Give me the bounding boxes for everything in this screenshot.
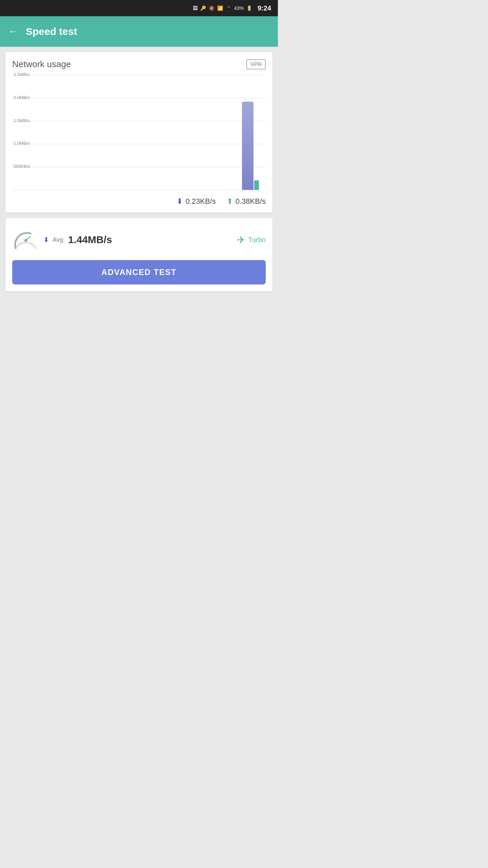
- download-speed-value: 0.23KB/s: [185, 197, 216, 206]
- svg-point-1: [24, 239, 27, 242]
- advanced-test-button[interactable]: ADVANCED TEST: [12, 260, 266, 284]
- turbo-label: Turbo: [248, 236, 266, 244]
- wifi-icon: 📶: [217, 5, 223, 11]
- download-icon: ⬇: [177, 197, 183, 206]
- signal-icon: 📱: [226, 5, 231, 11]
- back-button[interactable]: ←: [8, 26, 18, 37]
- battery-text: 43%: [234, 5, 244, 11]
- spike-bar-main: [242, 102, 253, 190]
- speed-row: ⬇ 0.23KB/s ⬆ 0.38KB/s: [12, 196, 266, 206]
- status-time: 9:24: [258, 4, 271, 12]
- turbo-block: ✈ Turbo: [237, 234, 266, 246]
- spike-bar-green: [254, 180, 259, 190]
- speedometer: [12, 226, 39, 253]
- grid-label-1-5: 1.5MB/s: [12, 118, 30, 123]
- avg-block: ⬇ Avg. 1.44MB/s: [39, 234, 237, 245]
- app-bar: ← Speed test: [0, 16, 278, 47]
- grid-label-1-0: 1.0MB/s: [12, 141, 30, 146]
- card-header: Network usage VPN: [12, 59, 266, 70]
- grid-line-2-5: 2.5MB/s: [12, 75, 266, 77]
- grid-label-500: 500KB/s: [12, 164, 30, 169]
- key-icon: 🔑: [200, 5, 206, 11]
- grid-label-2-5: 2.5MB/s: [12, 72, 30, 77]
- upload-speed-item: ⬆ 0.38KB/s: [227, 197, 266, 206]
- chart-bars: [242, 102, 259, 190]
- page-title: Speed test: [26, 26, 77, 37]
- speed-summary-card: ⬇ Avg. 1.44MB/s ✈ Turbo ADVANCED TEST: [5, 218, 272, 291]
- upload-icon: ⬆: [227, 197, 233, 206]
- chart-grid: 2.5MB/s 2.0MB/s 1.5MB/s 1.0MB/s 500KB/s: [12, 75, 266, 190]
- footer-area: [0, 297, 278, 432]
- vpn-badge: VPN: [246, 59, 266, 70]
- grid-line-1-0: 1.0MB/s: [12, 144, 266, 146]
- grid-line-500: 500KB/s: [12, 167, 266, 169]
- grid-line-1-5: 1.5MB/s: [12, 121, 266, 123]
- network-usage-card: Network usage VPN 2.5MB/s 2.0MB/s 1.5MB/…: [5, 52, 272, 213]
- main-content: Network usage VPN 2.5MB/s 2.0MB/s 1.5MB/…: [0, 47, 278, 297]
- status-bar: 🖼 🔑 🔇 📶 📱 43% 🔋 9:24: [0, 0, 278, 16]
- mute-icon: 🔇: [209, 5, 215, 11]
- avg-speed-value: 1.44MB/s: [68, 234, 112, 245]
- turbo-plane-icon: ✈: [237, 234, 245, 246]
- grid-label-2-0: 2.0MB/s: [12, 95, 30, 100]
- network-chart: 2.5MB/s 2.0MB/s 1.5MB/s 1.0MB/s 500KB/s: [12, 75, 266, 190]
- speed-summary-row: ⬇ Avg. 1.44MB/s ✈ Turbo: [12, 226, 266, 253]
- speedometer-svg: [12, 226, 39, 253]
- status-icons: 🖼 🔑 🔇 📶 📱 43% 🔋: [193, 5, 252, 11]
- upload-speed-value: 0.38KB/s: [236, 197, 266, 206]
- grid-line-2-0: 2.0MB/s: [12, 98, 266, 100]
- image-icon: 🖼: [193, 5, 198, 11]
- download-speed-item: ⬇ 0.23KB/s: [177, 197, 216, 206]
- battery-icon: 🔋: [246, 5, 252, 11]
- avg-label: Avg.: [53, 236, 65, 243]
- card-title: Network usage: [12, 59, 71, 70]
- avg-download-icon: ⬇: [43, 236, 49, 244]
